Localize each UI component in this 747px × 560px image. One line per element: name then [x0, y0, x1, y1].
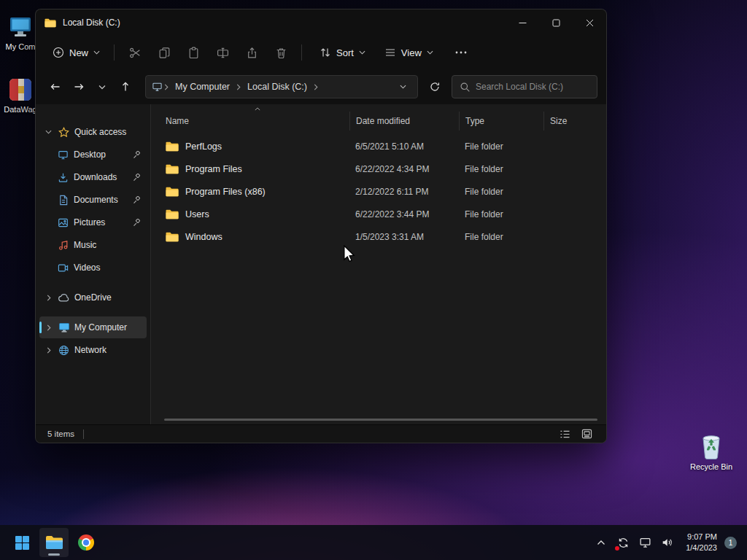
close-button[interactable]: [573, 9, 606, 36]
folder-icon: [166, 187, 179, 197]
cut-button[interactable]: [120, 40, 150, 65]
sidebar-item-music[interactable]: Music: [39, 234, 147, 256]
tray-sync-icon[interactable]: [613, 528, 633, 557]
file-date-modified: 6/22/2022 4:34 PM: [349, 164, 459, 174]
back-button[interactable]: [44, 76, 66, 98]
item-count: 5 items: [47, 429, 74, 438]
file-name: Program Files (x86): [185, 187, 266, 197]
sidebar-item-label: Documents: [74, 195, 128, 205]
folder-icon: [166, 141, 179, 152]
breadcrumb-local-disk-c[interactable]: Local Disk (C:): [242, 79, 312, 95]
sidebar-item-my-computer[interactable]: My Computer: [39, 316, 147, 338]
downloads-icon: [57, 172, 69, 183]
cloud-icon: [58, 294, 70, 302]
chevron-down-icon: [427, 50, 433, 55]
location-icon: [152, 82, 163, 92]
sidebar-item-documents[interactable]: Documents: [39, 189, 147, 211]
address-dropdown-button[interactable]: [394, 78, 411, 96]
file-type: File folder: [459, 164, 543, 174]
delete-button[interactable]: [266, 40, 295, 65]
breadcrumb-my-computer[interactable]: My Computer: [170, 79, 235, 95]
file-row[interactable]: Users 6/22/2022 3:44 PM File folder: [151, 203, 606, 225]
toolbar-divider: [301, 44, 302, 61]
recent-locations-button[interactable]: [91, 76, 113, 98]
file-date-modified: 6/22/2022 3:44 PM: [349, 209, 459, 219]
sidebar-item-label: Quick access: [74, 127, 147, 137]
tray-volume-icon[interactable]: [657, 528, 677, 557]
file-row[interactable]: Program Files 6/22/2022 4:34 PM File fol…: [151, 158, 606, 180]
desktop-icon-recycle-bin[interactable]: Recycle Bin: [688, 432, 735, 472]
tray-show-hidden-icons-button[interactable]: [591, 528, 611, 557]
document-icon: [57, 195, 69, 206]
file-name: PerfLogs: [185, 141, 222, 152]
details-view-button[interactable]: [557, 427, 573, 441]
tray-network-icon[interactable]: [635, 528, 655, 557]
view-button[interactable]: View: [377, 42, 441, 63]
column-header-size[interactable]: Size: [543, 112, 589, 131]
file-row[interactable]: Windows 1/5/2023 3:31 AM File folder: [151, 225, 606, 248]
taskbar-file-explorer-button[interactable]: [39, 528, 69, 557]
paste-button[interactable]: [179, 40, 208, 65]
new-button-label: New: [69, 47, 88, 58]
column-header-name[interactable]: Name: [166, 112, 349, 131]
new-button[interactable]: New: [44, 42, 108, 63]
sidebar-item-label: Music: [74, 240, 147, 250]
file-row[interactable]: Program Files (x86) 2/12/2022 6:11 PM Fi…: [151, 180, 606, 203]
sidebar-item-label: Pictures: [74, 217, 128, 228]
refresh-button[interactable]: [424, 76, 446, 98]
network-globe-icon: [58, 345, 70, 356]
notification-count-badge[interactable]: 1: [724, 537, 737, 549]
sidebar-item-quick-access[interactable]: Quick access: [39, 121, 147, 143]
sidebar-item-desktop[interactable]: Desktop: [39, 144, 147, 166]
sort-button[interactable]: Sort: [312, 42, 373, 63]
copy-button[interactable]: [150, 40, 179, 65]
file-explorer-window: Local Disk (C:) New: [35, 9, 607, 443]
file-type: File folder: [459, 209, 543, 219]
horizontal-scrollbar[interactable]: [164, 419, 597, 421]
forward-button[interactable]: [68, 76, 90, 98]
large-icons-view-button[interactable]: [578, 427, 595, 441]
search-box: [452, 75, 597, 98]
breadcrumb[interactable]: My Computer Local Disk (C:): [145, 75, 418, 98]
view-button-label: View: [401, 47, 422, 58]
navigation-pane: Quick access Desktop Downloads: [36, 104, 151, 424]
more-options-button[interactable]: [448, 40, 474, 65]
sidebar-item-label: Downloads: [74, 172, 128, 182]
sidebar-item-pictures[interactable]: Pictures: [39, 211, 147, 233]
rename-button[interactable]: [208, 40, 237, 65]
column-header-date-modified[interactable]: Date modified: [349, 112, 459, 131]
chevron-right-icon: [163, 84, 170, 90]
window-folder-icon: [44, 18, 56, 28]
search-input[interactable]: [452, 76, 597, 98]
share-button[interactable]: [237, 40, 266, 65]
status-divider: [83, 429, 84, 439]
clock-date: 1/4/2023: [686, 542, 717, 553]
desktop-icon-label: Recycle Bin: [688, 462, 735, 472]
minimize-button[interactable]: [506, 9, 539, 36]
music-icon: [57, 240, 69, 251]
taskbar: 9:07 PM 1/4/2023 1: [0, 525, 747, 560]
up-button[interactable]: [115, 76, 136, 98]
file-date-modified: 6/5/2021 5:10 AM: [349, 141, 459, 152]
sort-ascending-icon: [255, 107, 260, 111]
taskbar-chrome-button[interactable]: [71, 528, 101, 557]
folder-icon: [166, 164, 179, 174]
search-icon: [460, 82, 471, 93]
column-header-type[interactable]: Type: [459, 112, 543, 131]
start-button[interactable]: [7, 528, 36, 557]
sidebar-item-onedrive[interactable]: OneDrive: [39, 287, 147, 308]
sidebar-item-label: Network: [74, 345, 147, 355]
maximize-button[interactable]: [539, 9, 573, 36]
desktop-monitor-icon: [57, 149, 69, 160]
sidebar-item-label: My Computer: [74, 322, 147, 332]
sidebar-item-videos[interactable]: Videos: [39, 257, 147, 279]
sidebar-item-network[interactable]: Network: [39, 339, 147, 361]
clock-time: 9:07 PM: [686, 532, 717, 542]
taskbar-clock[interactable]: 9:07 PM 1/4/2023: [678, 532, 723, 553]
pin-icon: [133, 219, 143, 227]
sidebar-item-downloads[interactable]: Downloads: [39, 166, 147, 188]
window-title: Local Disk (C:): [63, 18, 120, 28]
file-name: Program Files: [185, 164, 242, 174]
column-headers: Name Date modified Type Size: [151, 112, 606, 131]
file-row[interactable]: PerfLogs 6/5/2021 5:10 AM File folder: [151, 135, 606, 158]
